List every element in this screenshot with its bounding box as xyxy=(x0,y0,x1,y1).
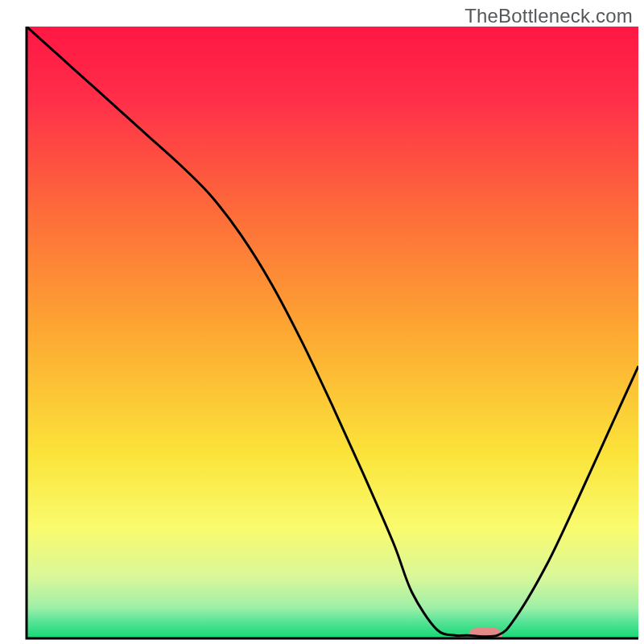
chart-container: TheBottleneck.com xyxy=(0,0,644,644)
gradient-background xyxy=(27,27,638,638)
bottleneck-chart xyxy=(0,0,644,644)
watermark-text: TheBottleneck.com xyxy=(464,5,633,27)
